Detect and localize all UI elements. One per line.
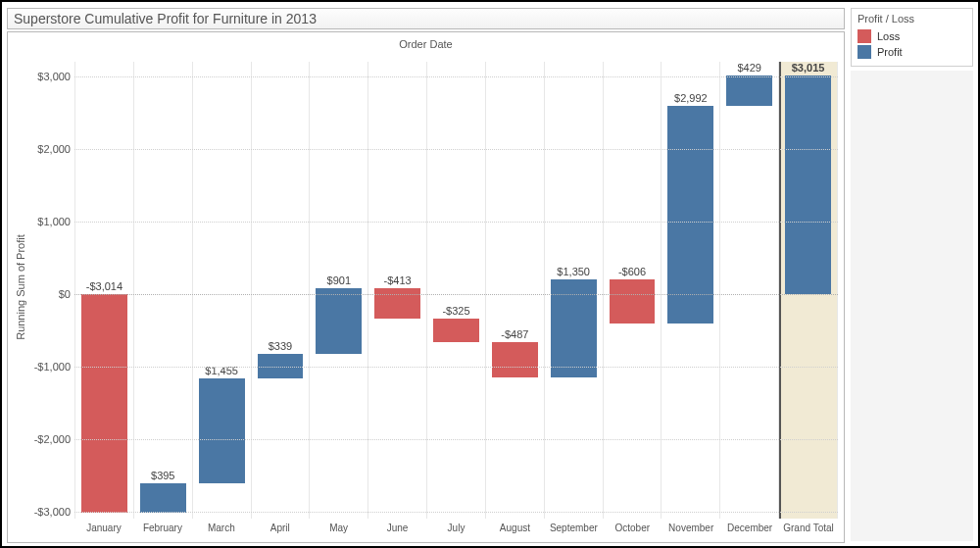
y-axis-title: Running Sum of Profit <box>14 32 27 542</box>
column-month: $2,992 <box>662 62 720 519</box>
gridline <box>74 222 838 223</box>
bar-label: -$487 <box>486 328 544 342</box>
y-axis-title-text: Running Sum of Profit <box>15 234 26 340</box>
column-month: $1,350 <box>545 62 604 519</box>
y-tick-label: -$3,000 <box>33 506 71 518</box>
bar-label: $339 <box>252 340 310 354</box>
gridline <box>74 512 838 513</box>
chart-container: Order Date Running Sum of Profit -$3,014… <box>7 31 845 543</box>
bar-month[interactable] <box>726 75 772 107</box>
legend-label-loss: Loss <box>877 30 900 42</box>
column-grand-total: $3,015 <box>779 62 838 519</box>
column-month: -$487 <box>486 62 545 519</box>
bar-month[interactable] <box>433 319 479 342</box>
x-tick-label: July <box>427 523 486 538</box>
app-frame: Superstore Cumulative Profit for Furnitu… <box>0 0 980 548</box>
legend-item-loss[interactable]: Loss <box>858 28 966 44</box>
y-tick-label: $0 <box>33 288 71 300</box>
legend-swatch-profit <box>858 45 871 59</box>
bar-month[interactable] <box>492 342 538 377</box>
plot-area[interactable]: -$3,014$395$1,455$339$901-$413-$325-$487… <box>74 62 838 519</box>
columns: -$3,014$395$1,455$339$901-$413-$325-$487… <box>74 62 838 519</box>
bar-month[interactable] <box>140 483 186 512</box>
x-axis-labels: JanuaryFebruaryMarchAprilMayJuneJulyAugu… <box>74 523 838 538</box>
bar-label: -$413 <box>368 274 426 288</box>
bar-month[interactable] <box>199 378 245 484</box>
bar-label: $901 <box>310 274 368 288</box>
x-tick-label: March <box>192 523 251 538</box>
bar-month[interactable] <box>667 106 713 323</box>
gridline <box>74 367 838 368</box>
y-tick-label: $2,000 <box>33 143 71 155</box>
legend-label-profit: Profit <box>877 46 903 58</box>
x-tick-label: January <box>74 523 133 538</box>
x-tick-label: October <box>603 523 662 538</box>
y-tick-label: -$1,000 <box>33 361 71 373</box>
bar-month[interactable] <box>610 279 656 324</box>
bar-label: -$325 <box>427 305 485 319</box>
chart-title-bar: Superstore Cumulative Profit for Furnitu… <box>7 8 845 29</box>
x-tick-label: December <box>720 523 779 538</box>
column-month: -$606 <box>604 62 662 519</box>
column-month: $901 <box>310 62 368 519</box>
total-separator <box>779 62 781 519</box>
y-tick-label: $3,000 <box>33 71 71 82</box>
bar-month[interactable] <box>374 288 420 319</box>
bar-label: $2,992 <box>662 92 719 106</box>
column-month: $395 <box>134 62 193 519</box>
bar-label: -$606 <box>604 266 662 279</box>
x-tick-label: February <box>133 523 192 538</box>
bar-month[interactable] <box>81 294 127 513</box>
gridline <box>74 294 838 295</box>
bar-label: $429 <box>720 62 778 75</box>
legend-item-profit[interactable]: Profit <box>858 44 966 60</box>
x-tick-label: September <box>544 523 603 538</box>
column-month: -$3,014 <box>74 62 134 519</box>
gridline <box>74 149 838 150</box>
bar-label: -$3,014 <box>75 280 133 294</box>
column-month: $1,455 <box>193 62 252 519</box>
x-tick-label: May <box>310 523 368 538</box>
gridline <box>74 76 838 77</box>
column-month: $339 <box>252 62 311 519</box>
bar-label: $1,350 <box>545 266 603 279</box>
legend: Profit / Loss Loss Profit <box>851 8 973 67</box>
chart-title: Superstore Cumulative Profit for Furnitu… <box>14 11 317 26</box>
gridline <box>74 439 838 440</box>
column-month: $429 <box>720 62 779 519</box>
x-tick-label: November <box>662 523 720 538</box>
x-tick-label: June <box>368 523 427 538</box>
x-tick-label: April <box>251 523 310 538</box>
x-tick-label: Grand Total <box>779 523 838 538</box>
x-tick-label: August <box>485 523 544 538</box>
y-tick-label: -$2,000 <box>33 433 71 445</box>
bar-month[interactable] <box>316 288 362 354</box>
bar-grand-total[interactable] <box>785 75 831 294</box>
legend-swatch-loss <box>858 29 871 43</box>
y-tick-label: $1,000 <box>33 216 71 227</box>
x-axis-title: Order Date <box>8 38 844 50</box>
bar-label: $395 <box>134 470 192 483</box>
legend-title: Profit / Loss <box>858 13 966 25</box>
bar-label: $3,015 <box>779 62 837 75</box>
column-month: -$325 <box>427 62 486 519</box>
column-month: -$413 <box>368 62 427 519</box>
side-panel <box>851 71 973 541</box>
